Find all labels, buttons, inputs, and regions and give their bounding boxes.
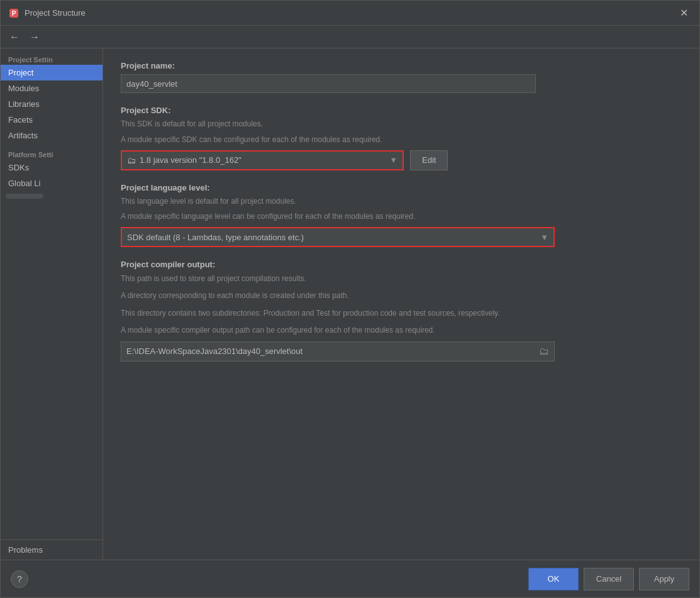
title-bar: P Project Structure ✕ (1, 1, 699, 26)
bottom-bar: ? OK Cancel Apply (1, 560, 699, 597)
sdk-dropdown[interactable]: 🗂 1.8 java version "1.8.0_162" ▼ (121, 150, 404, 170)
sidebar-item-facets[interactable]: Facets (1, 112, 103, 128)
lang-desc1: This language level is default for all p… (121, 196, 682, 207)
sdk-folder-icon: 🗂 (127, 155, 136, 165)
svg-text:P: P (12, 10, 16, 17)
sidebar-item-project[interactable]: Project (1, 65, 103, 80)
bottom-buttons: OK Cancel Apply (528, 568, 689, 590)
compiler-desc4: A module specific compiler output path c… (121, 324, 682, 336)
project-sdk-section: Project SDK: This SDK is default for all… (121, 106, 682, 170)
compiler-output-row: E:\IDEA-WorkSpaceJava2301\day40_servlet\… (121, 341, 555, 362)
compiler-output-folder-button[interactable]: 🗂 (539, 346, 549, 357)
sdk-row: 🗂 1.8 java version "1.8.0_162" ▼ Edit (121, 150, 682, 170)
project-sdk-label: Project SDK: (121, 106, 682, 115)
close-button[interactable]: ✕ (676, 6, 692, 20)
sdk-desc1: This SDK is default for all project modu… (121, 119, 682, 130)
cancel-button[interactable]: Cancel (584, 568, 634, 590)
compiler-desc2: A directory corresponding to each module… (121, 290, 682, 302)
sdk-dropdown-arrow-icon: ▼ (389, 155, 397, 165)
content-area: Project Settin Project Modules Libraries… (1, 48, 699, 560)
project-compiler-output-section: Project compiler output: This path is us… (121, 260, 682, 362)
sidebar-item-libraries[interactable]: Libraries (1, 96, 103, 112)
help-button[interactable]: ? (11, 570, 28, 588)
back-button[interactable]: ← (6, 30, 23, 44)
project-name-input[interactable] (121, 74, 536, 93)
sidebar-item-sdks[interactable]: SDKs (1, 160, 103, 175)
compiler-desc1: This path is used to store all project c… (121, 273, 682, 285)
compiler-output-value: E:\IDEA-WorkSpaceJava2301\day40_servlet\… (126, 346, 539, 356)
main-panel: Project name: Project SDK: This SDK is d… (103, 48, 699, 560)
project-structure-dialog: P Project Structure ✕ ← → Project Settin… (0, 0, 700, 598)
scrollbar-stub (6, 194, 43, 199)
sidebar-item-global-libraries[interactable]: Global Li (1, 175, 103, 191)
compiler-desc3: This directory contains two subdirectori… (121, 307, 682, 319)
sidebar-bottom: Problems (1, 540, 103, 560)
language-level-label: Project language level: (121, 183, 682, 192)
sdk-value: 1.8 java version "1.8.0_162" (140, 155, 389, 165)
nav-bar: ← → (1, 26, 699, 48)
sidebar: Project Settin Project Modules Libraries… (1, 48, 103, 560)
language-level-dropdown[interactable]: SDK default (8 - Lambdas, type annotatio… (121, 227, 555, 247)
project-name-section: Project name: (121, 61, 682, 93)
sdk-desc2: A module specific SDK can be configured … (121, 135, 682, 145)
lang-dropdown-arrow-icon: ▼ (540, 233, 548, 242)
project-language-level-section: Project language level: This language le… (121, 183, 682, 248)
apply-button[interactable]: Apply (639, 568, 689, 590)
project-name-label: Project name: (121, 61, 682, 70)
compiler-output-label: Project compiler output: (121, 260, 682, 269)
dialog-title: Project Structure (25, 8, 676, 18)
lang-desc2: A module specific language level can be … (121, 211, 682, 222)
language-level-value: SDK default (8 - Lambdas, type annotatio… (127, 233, 304, 242)
sidebar-item-modules[interactable]: Modules (1, 80, 103, 96)
problems-label[interactable]: Problems (8, 545, 43, 555)
ok-button[interactable]: OK (528, 568, 579, 590)
platform-settings-label: Platform Setti (1, 148, 103, 160)
app-icon: P (8, 8, 19, 19)
edit-sdk-button[interactable]: Edit (410, 150, 448, 170)
project-settings-label: Project Settin (1, 53, 103, 65)
sidebar-divider (1, 143, 103, 148)
sidebar-item-artifacts[interactable]: Artifacts (1, 128, 103, 143)
forward-button[interactable]: → (26, 30, 43, 44)
